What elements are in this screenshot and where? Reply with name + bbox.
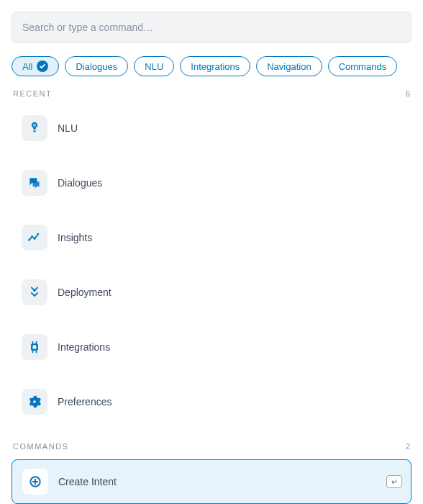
- nlu-icon: [22, 115, 47, 141]
- search-container: [12, 12, 411, 43]
- item-label: NLU: [58, 122, 78, 134]
- item-label: Deployment: [58, 287, 112, 298]
- add-circle-icon: [22, 469, 48, 495]
- svg-point-2: [31, 235, 33, 238]
- list-item-insights[interactable]: Insights: [12, 216, 411, 259]
- insights-icon: [22, 225, 47, 251]
- list-item-dialogues[interactable]: Dialogues: [12, 161, 411, 204]
- item-label: Insights: [58, 232, 92, 243]
- item-label: Preferences: [58, 396, 112, 408]
- section-header-recent: Recent 6: [12, 89, 411, 98]
- svg-point-8: [33, 400, 36, 403]
- list-item-create-intent[interactable]: Create Intent ↵: [12, 459, 411, 504]
- section-count: 2: [406, 442, 410, 451]
- preferences-icon: [22, 389, 47, 415]
- list-item-nlu[interactable]: NLU: [12, 107, 411, 150]
- filter-chip-nlu[interactable]: NLU: [134, 56, 174, 76]
- filter-chip-label: Navigation: [267, 61, 311, 72]
- enter-key-icon: ↵: [386, 475, 402, 488]
- item-label: Dialogues: [58, 177, 102, 189]
- item-label: Integrations: [58, 341, 110, 353]
- list-item-integrations[interactable]: Integrations: [12, 325, 411, 369]
- filter-chip-label: Integrations: [191, 61, 240, 72]
- dialogues-icon: [22, 170, 47, 196]
- filter-chip-all[interactable]: All: [12, 56, 59, 76]
- svg-rect-7: [33, 346, 37, 349]
- list-item-deployment[interactable]: Deployment: [12, 271, 411, 314]
- section-header-commands: Commands 2: [12, 442, 411, 451]
- recent-list: NLU Dialogues Insights Deployment Integr…: [12, 107, 411, 435]
- svg-point-3: [34, 238, 36, 240]
- section-title: Recent: [13, 89, 52, 98]
- filter-chip-navigation[interactable]: Navigation: [256, 56, 322, 76]
- integrations-icon: [22, 334, 47, 360]
- deployment-icon: [22, 279, 47, 305]
- filter-chip-label: Dialogues: [76, 61, 117, 72]
- filter-chip-row: All Dialogues NLU Integrations Navigatio…: [12, 56, 411, 76]
- svg-point-4: [37, 233, 40, 235]
- search-input[interactable]: [22, 22, 401, 33]
- commands-list: Create Intent ↵ Create Entity: [12, 459, 411, 504]
- filter-chip-dialogues[interactable]: Dialogues: [65, 56, 128, 76]
- section-count: 6: [406, 89, 410, 98]
- item-label: Create Intent: [58, 476, 117, 487]
- check-circle-icon: [37, 60, 48, 72]
- filter-chip-label: Commands: [339, 61, 386, 72]
- svg-point-1: [28, 239, 30, 241]
- filter-chip-commands[interactable]: Commands: [328, 56, 397, 76]
- filter-chip-integrations[interactable]: Integrations: [180, 56, 250, 76]
- svg-point-5: [33, 289, 35, 292]
- list-item-preferences[interactable]: Preferences: [12, 380, 411, 423]
- filter-chip-label: NLU: [145, 61, 163, 72]
- filter-chip-label: All: [22, 61, 32, 72]
- section-title: Commands: [13, 442, 68, 451]
